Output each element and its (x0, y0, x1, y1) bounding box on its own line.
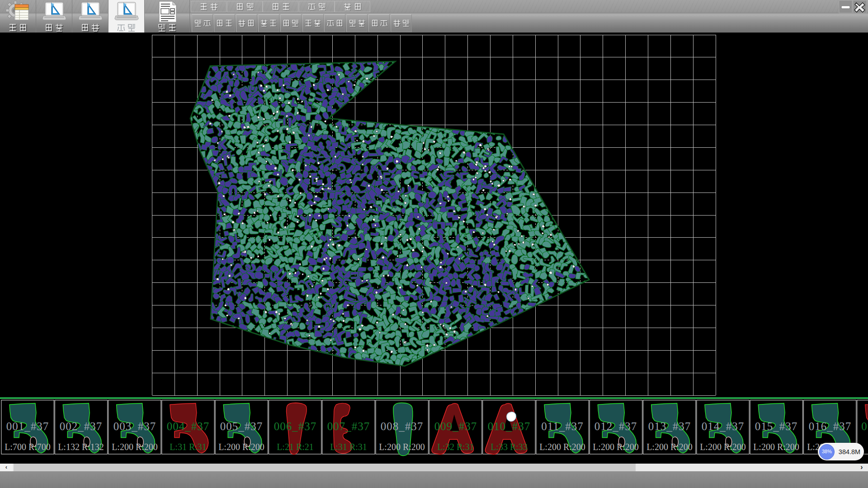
svg-text:012_#37: 012_#37 (594, 420, 637, 432)
svg-text:013_#37: 013_#37 (648, 420, 691, 432)
svg-text:L:200 R:200: L:200 R:200 (753, 442, 799, 452)
svg-text:010_#37: 010_#37 (488, 420, 531, 432)
svg-text:011_#37: 011_#37 (541, 420, 584, 432)
svg-text:L:21 R:21: L:21 R:21 (277, 442, 314, 452)
svg-text:007_#37: 007_#37 (327, 420, 370, 432)
svg-text:0: 0 (861, 420, 868, 432)
svg-text:L:31 R:31: L:31 R:31 (330, 442, 367, 452)
svg-text:L:200 R:200: L:200 R:200 (379, 442, 425, 452)
svg-text:L:132 R:132: L:132 R:132 (58, 442, 104, 452)
svg-text:002_#37: 002_#37 (60, 420, 103, 432)
svg-text:014_#37: 014_#37 (702, 420, 745, 432)
svg-text:006_#37: 006_#37 (274, 420, 317, 432)
svg-text:004_#37: 004_#37 (167, 420, 210, 432)
svg-text:003_#37: 003_#37 (113, 420, 156, 432)
svg-text:015_#37: 015_#37 (755, 420, 798, 432)
svg-text:L:200 R:200: L:200 R:200 (646, 442, 693, 452)
svg-text:L:31 R:31: L:31 R:31 (170, 442, 207, 452)
svg-text:L:200 R:200: L:200 R:200 (218, 442, 264, 452)
svg-text:009_#37: 009_#37 (434, 420, 477, 432)
svg-text:L:700 R:700: L:700 R:700 (5, 442, 51, 452)
svg-text:001_#37: 001_#37 (6, 420, 49, 432)
svg-text:016_#37: 016_#37 (809, 420, 852, 432)
svg-text:L:200 R:200: L:200 R:200 (593, 442, 639, 452)
svg-text:L:33 R:33: L:33 R:33 (491, 442, 528, 452)
svg-text:L:200 R:200: L:200 R:200 (700, 442, 746, 452)
svg-text:L:32 R:31: L:32 R:31 (437, 442, 474, 452)
svg-text:005_#37: 005_#37 (220, 420, 263, 432)
svg-text:L:200 R:200: L:200 R:200 (539, 442, 585, 452)
svg-text:008_#37: 008_#37 (381, 420, 424, 432)
svg-text:L:200 R:200: L:200 R:200 (112, 442, 158, 452)
